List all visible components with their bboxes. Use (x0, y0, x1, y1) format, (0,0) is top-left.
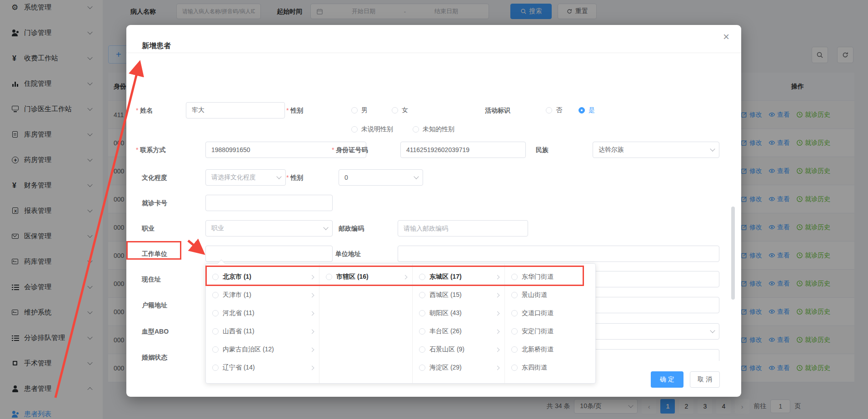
radio-checked-icon (579, 107, 585, 113)
cascader-option[interactable]: 市辖区 (16) (319, 268, 412, 286)
work-unit-input[interactable] (205, 246, 333, 262)
education-placeholder: 请选择文化程度 (211, 173, 256, 182)
radio-label: 否 (556, 106, 562, 114)
cascader-option[interactable]: 石景山区 (9) (413, 340, 504, 359)
active-flag-radio-no[interactable]: 否 (546, 102, 562, 118)
radio-icon (511, 328, 518, 335)
chevron-right-icon (310, 347, 314, 352)
chevron-down-icon (414, 174, 419, 179)
cascader-option[interactable]: 景山街道 (505, 286, 595, 304)
unit-address-input[interactable] (398, 246, 719, 262)
ethnicity-value: 达斡尔族 (599, 146, 624, 154)
cascader-option-label: 北京市 (1) (223, 273, 306, 281)
occupation-label: 职业 (142, 220, 155, 237)
ethnicity-select[interactable]: 达斡尔族 (593, 142, 719, 158)
radio-icon (413, 126, 419, 133)
cascader-option-label: 天津市 (1) (223, 291, 306, 299)
name-input[interactable] (186, 102, 285, 118)
cascader-option-label: 辽宁省 (14) (223, 364, 306, 372)
cascader-option-label: 内蒙古自治区 (12) (223, 345, 306, 354)
name-label: 姓名 (136, 102, 153, 118)
id-number-input[interactable] (400, 142, 526, 158)
add-patient-dialog: 新增患者 × 姓名 性别 男 女 活动标识 否 是 未说明性别 未知的性别 联系… (126, 25, 741, 397)
radio-icon (326, 274, 332, 280)
radio-icon (392, 107, 398, 113)
radio-label: 男 (361, 106, 368, 114)
blood-type-label: 血型ABO (142, 323, 169, 340)
address-cascader-dropdown: 北京市 (1) 天津市 (1) 河北省 (11) 山西省 (205, 263, 596, 384)
gender-radio-female[interactable]: 女 (392, 102, 408, 118)
active-flag-label: 活动标识 (485, 102, 510, 118)
chevron-right-icon (310, 311, 314, 315)
cascader-option[interactable]: 西城区 (15) (413, 286, 504, 304)
radio-icon (212, 310, 219, 316)
radio-icon (212, 292, 219, 298)
postal-code-label: 邮政编码 (339, 220, 364, 237)
cancel-button[interactable]: 取 消 (690, 371, 720, 388)
chevron-right-icon (495, 329, 500, 334)
gender-radio-male[interactable]: 男 (351, 102, 368, 118)
chevron-right-icon (310, 329, 314, 334)
gender-radio-unstated[interactable]: 未说明性别 (351, 121, 393, 138)
active-flag-radio-yes[interactable]: 是 (579, 102, 595, 118)
cascader-option[interactable]: 河北省 (11) (206, 304, 319, 322)
radio-icon (511, 274, 518, 280)
chevron-right-icon (403, 275, 408, 279)
radio-icon (419, 274, 425, 280)
cascader-option[interactable]: 辽宁省 (14) (206, 359, 319, 377)
education-label: 文化程度 (142, 169, 167, 186)
cascader-option[interactable]: 丰台区 (26) (413, 322, 504, 340)
radio-icon (419, 292, 425, 298)
household-address-label: 户籍地址 (142, 297, 167, 313)
education-select[interactable]: 请选择文化程度 (205, 169, 286, 186)
cascader-option[interactable]: 朝阳区 (43) (413, 304, 504, 322)
cascader-column-street: 东华门街道 景山街道 交道口街道 安定门街道 (505, 264, 595, 383)
cascader-option[interactable]: 北京市 (1) (206, 268, 319, 286)
cascader-option-label: 景山街道 (522, 291, 590, 299)
radio-label: 未知的性别 (423, 125, 454, 133)
cascader-option-label: 东华门街道 (522, 273, 590, 281)
gender-radio-unknown[interactable]: 未知的性别 (413, 121, 454, 138)
cascader-option-label: 石景山区 (9) (429, 345, 492, 354)
close-icon[interactable]: × (723, 31, 729, 42)
radio-icon (419, 365, 425, 371)
ethnicity-label: 民族 (536, 142, 549, 158)
radio-icon (419, 328, 425, 335)
chevron-right-icon (310, 275, 314, 279)
visit-card-input[interactable] (205, 195, 333, 211)
postal-code-input[interactable] (398, 220, 528, 237)
cascader-column-province: 北京市 (1) 天津市 (1) 河北省 (11) 山西省 (206, 264, 319, 383)
cascader-option[interactable]: 海淀区 (29) (413, 359, 504, 377)
cascader-option-label: 交道口街道 (522, 309, 590, 317)
radio-label: 未说明性别 (361, 125, 393, 133)
cascader-option[interactable]: 东四街道 (505, 359, 595, 377)
chevron-right-icon (495, 293, 500, 297)
radio-icon (351, 126, 358, 133)
occupation-placeholder: 职业 (211, 224, 224, 232)
chevron-down-icon (710, 328, 715, 333)
cascader-option[interactable]: 安定门街道 (505, 322, 595, 340)
radio-icon (212, 346, 219, 353)
radio-icon (212, 365, 219, 371)
unit-address-label: 单位地址 (335, 246, 361, 262)
cascader-option[interactable]: 山西省 (11) (206, 322, 319, 340)
dialog-title: 新增患者 (142, 41, 171, 51)
modal-scrollbar[interactable] (731, 207, 735, 300)
cascader-option[interactable]: 北新桥街道 (505, 340, 595, 359)
cascader-option-label: 西城区 (15) (429, 291, 492, 299)
cascader-option[interactable]: 交道口街道 (505, 304, 595, 322)
cascader-option[interactable]: 内蒙古自治区 (12) (206, 340, 319, 359)
cascader-column-district: 东城区 (17) 西城区 (15) 朝阳区 (43) 丰台 (413, 264, 505, 383)
chevron-down-icon (276, 174, 281, 179)
cascader-option[interactable]: 天津市 (1) (206, 286, 319, 304)
cascader-option[interactable]: 东城区 (17) (413, 268, 504, 286)
occupation-select[interactable]: 职业 (205, 220, 333, 237)
chevron-right-icon (495, 275, 500, 279)
confirm-button[interactable]: 确 定 (651, 371, 683, 388)
cascader-option-label: 东城区 (17) (429, 273, 492, 281)
cascader-option-label: 市辖区 (16) (336, 273, 399, 281)
cascader-option[interactable]: 东华门街道 (505, 268, 595, 286)
radio-label: 女 (402, 106, 408, 114)
gender-code-select[interactable]: 0 (339, 169, 423, 186)
work-unit-label: 工作单位 (142, 246, 167, 262)
